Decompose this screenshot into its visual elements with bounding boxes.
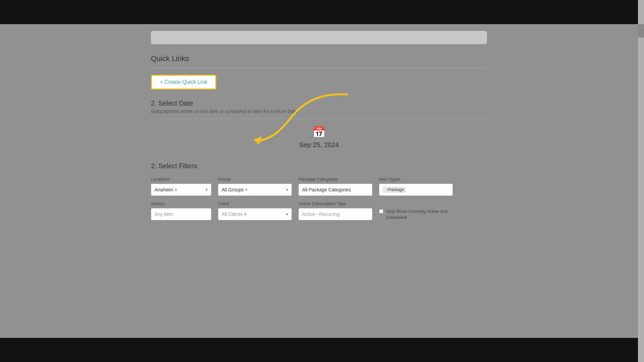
locations-dropdown-icon[interactable]: ▾ [206, 188, 208, 192]
create-quick-link-button[interactable]: + Create Quick Link [151, 75, 216, 89]
locations-value: Anaheim [155, 187, 173, 192]
items-placeholder: Any Item [155, 212, 173, 217]
group-dropdown-icon[interactable]: ▾ [286, 188, 288, 192]
subscription-type-placeholder: Active - Recurring [302, 212, 339, 217]
subscription-type-filter-group: Active Subscription Type Active - Recurr… [299, 201, 372, 221]
items-select[interactable]: Any Item [151, 208, 211, 220]
select-filters-section: 2. Select Filters Locations Anaheim × ▾ … [151, 162, 487, 221]
package-categories-filter-group: Package Categories All Package Categorie… [299, 177, 372, 196]
item-types-filter-group: Item Types × Package [379, 177, 453, 196]
group-select[interactable]: All Groups × ▾ [218, 184, 292, 196]
package-categories-label: Package Categories [299, 177, 372, 182]
filters-row-2: Item(s) Any Item Client All Clients × ▾ … [151, 201, 487, 221]
locations-clear-icon[interactable]: × [174, 187, 177, 192]
item-types-select[interactable]: × Package [379, 184, 453, 196]
only-show-checkbox[interactable] [379, 209, 383, 214]
main-content: Quick Links + Create Quick Link 2. Selec… [0, 24, 638, 338]
group-label: Group [218, 177, 292, 182]
subscription-type-label: Active Subscription Type [299, 201, 372, 206]
item-types-tag: × Package [383, 187, 406, 193]
bottom-black-bar [0, 338, 644, 362]
scrollbar[interactable] [638, 0, 644, 362]
filters-title: 2. Select Filters [151, 162, 487, 170]
locations-filter-group: Locations Anaheim × ▾ [151, 177, 211, 196]
quick-links-section: Quick Links + Create Quick Link [151, 54, 487, 89]
group-value: All Groups [222, 187, 244, 192]
client-label: Client [218, 201, 292, 206]
top-card [151, 31, 487, 44]
only-show-filter-group: Only Show Currently Active and Scheduled [379, 201, 453, 221]
package-categories-value: All Package Categories [302, 187, 351, 192]
quick-links-divider [151, 68, 487, 68]
top-black-bar [0, 0, 644, 24]
package-categories-select[interactable]: All Package Categories [299, 184, 372, 196]
items-filter-group: Item(s) Any Item [151, 201, 211, 221]
subscription-type-select[interactable]: Active - Recurring [299, 208, 372, 220]
group-filter-group: Group All Groups × ▾ [218, 177, 292, 196]
filters-row-1: Locations Anaheim × ▾ Group All Groups ×… [151, 177, 487, 196]
arrow-annotation [253, 88, 361, 148]
quick-links-title: Quick Links [151, 54, 487, 63]
item-types-tag-label: Package [388, 187, 404, 192]
client-dropdown-icon[interactable]: ▾ [286, 212, 288, 217]
group-clear-icon[interactable]: × [245, 187, 248, 192]
client-filter-group: Client All Clients × ▾ [218, 201, 292, 221]
items-label: Item(s) [151, 201, 211, 206]
only-show-label: Only Show Currently Active and Scheduled [386, 208, 453, 221]
client-placeholder: All Clients [222, 212, 243, 217]
client-select[interactable]: All Clients × ▾ [218, 208, 292, 220]
client-clear-icon[interactable]: × [244, 212, 247, 217]
only-show-checkbox-row: Only Show Currently Active and Scheduled [379, 208, 453, 221]
svg-marker-0 [253, 136, 262, 145]
scrollbar-thumb[interactable] [638, 24, 644, 38]
locations-select[interactable]: Anaheim × ▾ [151, 184, 211, 196]
item-types-label: Item Types [379, 177, 453, 182]
locations-label: Locations [151, 177, 211, 182]
